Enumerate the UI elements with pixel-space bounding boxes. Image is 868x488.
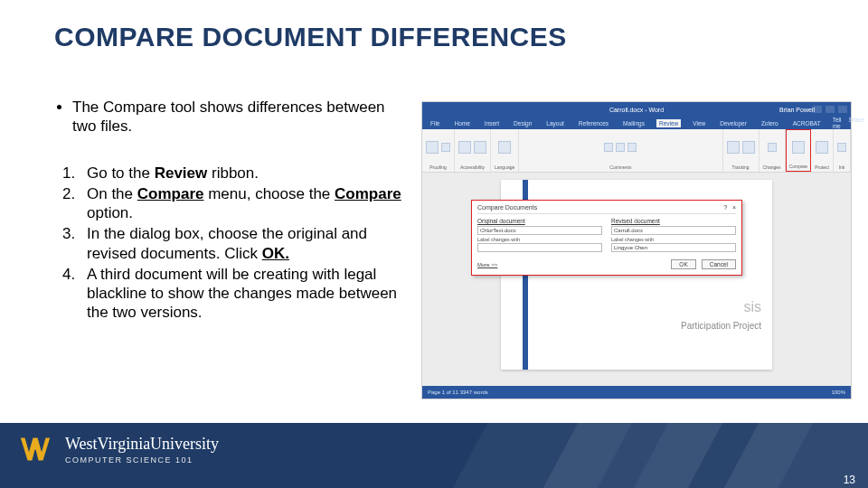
group-ink[interactable]: Ink: [834, 129, 851, 172]
tab-mailings[interactable]: Mailings: [620, 119, 647, 127]
word-user: Brian Powell: [779, 107, 815, 113]
tab-home[interactable]: Home: [451, 119, 472, 127]
wvu-name: WestVirginiaUniversity: [65, 435, 219, 454]
tab-view[interactable]: View: [690, 119, 708, 127]
cancel-button[interactable]: Cancel: [702, 259, 736, 269]
step-1: Go to the Review ribbon.: [80, 164, 407, 183]
dialog-title: Compare Documents: [477, 204, 537, 211]
group-language[interactable]: Language: [491, 129, 519, 172]
compare-icon[interactable]: [792, 141, 805, 154]
group-proofing[interactable]: Proofing: [422, 129, 455, 172]
orig-author-field[interactable]: [477, 243, 602, 252]
comment-icon[interactable]: [604, 143, 613, 152]
tracking-icon[interactable]: [727, 141, 740, 154]
tab-file[interactable]: File: [428, 119, 442, 127]
word-screenshot: Carroll.docx - Word Brian Powell File Ho…: [421, 101, 852, 399]
tab-layout[interactable]: Layout: [543, 119, 567, 127]
tab-developer[interactable]: Developer: [717, 119, 750, 127]
left-column: The Compare tool shows differences betwe…: [54, 98, 407, 324]
group-comments[interactable]: Comments: [519, 129, 722, 172]
tab-zotero[interactable]: Zotero: [759, 119, 781, 127]
thesaurus-icon[interactable]: [441, 143, 450, 152]
rev-author-field[interactable]: Lingyue Chen: [611, 243, 736, 252]
group-changes[interactable]: Changes: [760, 129, 786, 172]
language-icon[interactable]: [498, 141, 511, 154]
step-2: On the Compare menu, choose the Compare …: [80, 184, 407, 223]
page-subtitle: Participation Project: [681, 321, 761, 331]
wvu-brand: WestVirginiaUniversity COMPUTER SCIENCE …: [18, 434, 219, 465]
comment-icon[interactable]: [627, 143, 637, 152]
checka11y-icon[interactable]: [474, 141, 486, 154]
more-button[interactable]: More >>: [477, 262, 497, 267]
readaloud-icon[interactable]: [458, 141, 471, 154]
slide-title: COMPARE DOCUMENT DIFFERENCES: [54, 22, 567, 52]
status-zoom[interactable]: 100%: [832, 389, 845, 395]
rev-sublabel: Label changes with: [611, 237, 736, 242]
tab-references[interactable]: References: [576, 119, 611, 127]
orig-label: Original document: [477, 218, 602, 224]
dialog-close-icon[interactable]: ? ×: [723, 204, 736, 211]
ribbon: Proofing Accessibility Language Comments…: [422, 129, 851, 173]
page-number: 13: [844, 474, 855, 486]
orig-field[interactable]: ChlorText.docx: [477, 226, 602, 235]
window-buttons[interactable]: [813, 106, 847, 113]
footer-band: WestVirginiaUniversity COMPUTER SCIENCE …: [0, 423, 868, 488]
tab-design[interactable]: Design: [511, 119, 534, 127]
group-compare[interactable]: Compare: [786, 129, 812, 172]
page-title-fragment: sis: [743, 299, 761, 315]
status-bar: Page 1 of 11 3347 words 100%: [422, 386, 851, 399]
wvu-logo-icon: [18, 434, 56, 465]
ok-button[interactable]: OK: [671, 259, 695, 269]
tab-share[interactable]: Share: [848, 117, 863, 129]
protect-icon[interactable]: [816, 141, 828, 154]
compare-dialog: Compare Documents ? × Original document …: [471, 200, 742, 276]
spelling-icon[interactable]: [426, 141, 439, 154]
tab-acrobat[interactable]: ACROBAT: [790, 119, 824, 127]
group-tracking[interactable]: Tracking: [723, 129, 760, 172]
ink-icon[interactable]: [837, 143, 846, 152]
group-accessibility[interactable]: Accessibility: [455, 129, 491, 172]
group-protect[interactable]: Protect: [811, 129, 834, 172]
orig-sublabel: Label changes with: [477, 237, 602, 242]
word-doc-title: Carroll.docx - Word: [609, 107, 664, 113]
rev-field[interactable]: Carroll.docx: [611, 226, 736, 235]
ribbon-tabs[interactable]: File Home Insert Design Layout Reference…: [422, 117, 851, 129]
accept-icon[interactable]: [742, 141, 755, 154]
rev-label: Revised document: [611, 218, 736, 224]
comment-icon[interactable]: [616, 143, 625, 152]
step-4: A third document will be creating with l…: [80, 265, 407, 323]
changes-icon[interactable]: [768, 143, 777, 152]
intro-bullet: The Compare tool shows differences betwe…: [72, 98, 407, 136]
document-area: sis Participation Project Compare Docume…: [422, 173, 851, 386]
steps-list: Go to the Review ribbon. On the Compare …: [80, 164, 407, 323]
step-3: In the dialog box, choose the original a…: [80, 224, 407, 263]
word-titlebar: Carroll.docx - Word Brian Powell: [422, 102, 851, 117]
tab-tellme[interactable]: Tell me: [833, 117, 842, 129]
status-left: Page 1 of 11 3347 words: [428, 389, 488, 395]
tab-insert[interactable]: Insert: [482, 119, 502, 127]
tab-review[interactable]: Review: [656, 119, 681, 127]
wvu-dept: COMPUTER SCIENCE 101: [65, 455, 219, 465]
